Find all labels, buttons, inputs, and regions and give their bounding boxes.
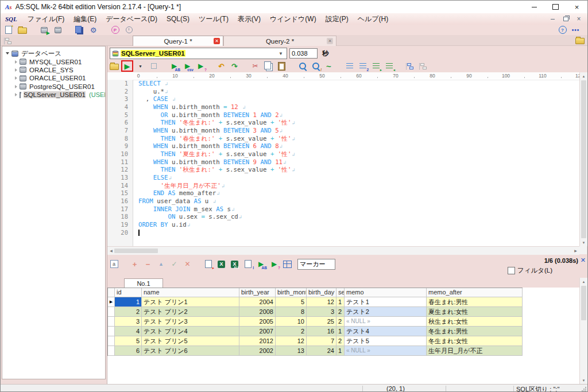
excel-all-icon[interactable]: XALL (230, 259, 239, 269)
new-query-icon[interactable]: * (3, 25, 13, 34)
column-header-id[interactable]: id (115, 288, 142, 297)
results-vertical-scrollbar[interactable]: ▲ ▼ (579, 278, 587, 384)
minimize-button[interactable] (524, 1, 545, 13)
cell-memo[interactable]: « NULL » (345, 317, 427, 327)
close-tab-icon[interactable]: ✕ (214, 38, 220, 44)
align-a-icon[interactable] (345, 61, 354, 71)
cell-sex[interactable]: 2 (336, 336, 345, 346)
copy-obj-icon[interactable] (75, 25, 84, 34)
wave-icon[interactable]: ~ (324, 61, 334, 71)
row-add-icon[interactable]: + (130, 259, 140, 269)
find-icon[interactable] (297, 61, 307, 71)
scroll-down-icon[interactable]: ▼ (580, 239, 587, 246)
cell-birth_month[interactable]: 12 (276, 336, 307, 346)
cell-name[interactable]: テスト プリン5 (142, 336, 239, 346)
copy-i-icon[interactable]: I (243, 259, 253, 269)
cell-birth_year[interactable]: 2002 (239, 346, 276, 356)
cell-sex[interactable]: 1 (336, 327, 345, 336)
chevron-expanded-icon[interactable] (6, 52, 9, 55)
cell-memo[interactable]: テスト2 (345, 307, 427, 317)
paste-icon[interactable] (277, 61, 287, 71)
mdi-restore-button[interactable] (560, 15, 571, 24)
column-header-sex[interactable]: sex (336, 288, 345, 297)
cell-birth_month[interactable]: 13 (276, 346, 307, 356)
undo-icon[interactable]: ↶ (216, 61, 226, 71)
open-file-icon[interactable] (109, 61, 119, 71)
column-header-birth_year[interactable]: birth_year (239, 288, 276, 297)
menu-item-設定[interactable]: 設定(P) (321, 13, 353, 25)
replace-icon[interactable]: / (311, 61, 320, 71)
filter-checkbox[interactable] (508, 267, 515, 274)
run-explain-icon[interactable]: ▶? (269, 259, 279, 269)
cell-memo_after[interactable]: 生年月日_月が不正 (427, 346, 523, 356)
editor-horizontal-scrollbar[interactable]: ◀ ▶ (107, 246, 579, 255)
cell-birth_year[interactable]: 2008 (239, 307, 276, 317)
cell-memo_after[interactable]: 夏生まれ:女性 (427, 307, 523, 317)
row-up-icon[interactable]: ▲ (156, 259, 166, 269)
tree-item-MYSQL_USER01[interactable]: MYSQL_USER01 (2, 57, 105, 65)
cell-birth_year[interactable]: 2007 (239, 327, 276, 336)
cell-memo_after[interactable]: 冬生まれ:女性 (427, 336, 523, 346)
tab-query-2[interactable]: Query-2 * ✕ (223, 36, 336, 46)
cell-sex[interactable]: 2 (336, 317, 345, 327)
menu-item-データベース[interactable]: データベース(D) (101, 13, 162, 25)
chevron-collapsed-icon[interactable] (15, 60, 17, 64)
row-marker[interactable] (108, 317, 115, 327)
scrollbar-thumb[interactable] (114, 249, 158, 253)
sql-code[interactable]: SELECT ↲ u.*↲ , CASE ↲ WHEN u.birth_mont… (138, 80, 579, 246)
mdi-close-button[interactable]: × (573, 15, 585, 24)
run-csv-icon[interactable]: ▶csv (183, 61, 192, 71)
cell-birth_day[interactable]: 25 (307, 317, 336, 327)
cell-id[interactable]: 6 (115, 346, 142, 356)
menu-item-ヘルプ[interactable]: ヘルプ(H) (353, 13, 393, 25)
indent-r-icon[interactable]: ▸ (371, 61, 381, 71)
folder-icon[interactable] (575, 36, 585, 45)
database-icon[interactable] (53, 25, 63, 34)
run-ab-icon[interactable]: ▶AB (256, 259, 266, 269)
cell-birth_day[interactable]: 12 (307, 297, 336, 307)
procedure-icon[interactable]: P (110, 25, 120, 34)
cell-name[interactable]: テスト プリン3 (142, 317, 239, 327)
result-tab-no1[interactable]: No.1 (124, 278, 163, 288)
row-marker[interactable] (108, 307, 115, 317)
menu-item-ツール[interactable]: ツール(T) (194, 13, 233, 25)
cell-memo[interactable]: « NULL » (345, 346, 427, 356)
tree-b-icon[interactable] (418, 61, 428, 71)
marker-input[interactable] (297, 259, 335, 270)
scroll-up-icon[interactable]: ▲ (580, 278, 587, 285)
tree-item-PostgreSQL_USER01[interactable]: PostgreSQL_USER01 (2, 83, 105, 91)
tree-root-databases[interactable]: データベース (2, 49, 105, 57)
cell-birth_day[interactable]: 3 (307, 307, 336, 317)
run-explain-icon[interactable]: ▶? (196, 61, 206, 71)
sql-editor[interactable]: 0102030405060708090100110120 12345678910… (107, 72, 579, 246)
menu-item-SQL[interactable]: SQL(S) (162, 13, 194, 25)
close-results-icon[interactable]: ✕ (581, 257, 586, 264)
cell-birth_year[interactable]: 2005 (239, 317, 276, 327)
column-header-birth_day[interactable]: birth_day (307, 288, 336, 297)
tree-a-icon[interactable] (405, 61, 415, 71)
indent-l-icon[interactable]: ◂ (384, 61, 394, 71)
cell-birth_month[interactable]: 10 (276, 317, 307, 327)
cell-birth_month[interactable]: 2 (276, 327, 307, 336)
cell-name[interactable]: テスト プリン1 (142, 297, 239, 307)
resize-grip[interactable] (581, 386, 586, 391)
apply-icon[interactable]: ✓ (169, 259, 179, 269)
cell-birth_day[interactable]: 7 (307, 336, 336, 346)
scroll-up-icon[interactable]: ▲ (580, 72, 587, 80)
close-button[interactable]: × (566, 1, 587, 13)
cut-icon[interactable]: ✂ (250, 61, 260, 71)
cell-memo[interactable]: テスト4 (345, 327, 427, 336)
revert-icon[interactable]: ✕ (183, 259, 192, 269)
row-marker[interactable] (108, 336, 115, 346)
cell-birth_day[interactable]: 16 (307, 327, 336, 336)
column-header-memo_after[interactable]: memo_after (427, 288, 523, 297)
cell-memo_after[interactable]: 秋生まれ:女性 (427, 317, 523, 327)
cell-birth_year[interactable]: 2004 (239, 297, 276, 307)
settings-icon[interactable]: ⚙ (88, 25, 98, 34)
menu-item-ファイル[interactable]: ファイル(F) (23, 13, 69, 25)
cell-sex[interactable]: 2 (336, 307, 345, 317)
cell-id[interactable]: 5 (115, 336, 142, 346)
tab-query-1[interactable]: Query-1 * ✕ (133, 36, 223, 46)
scroll-right-icon[interactable]: ▶ (572, 247, 579, 254)
cell-name[interactable]: テスト プリン4 (142, 327, 239, 336)
